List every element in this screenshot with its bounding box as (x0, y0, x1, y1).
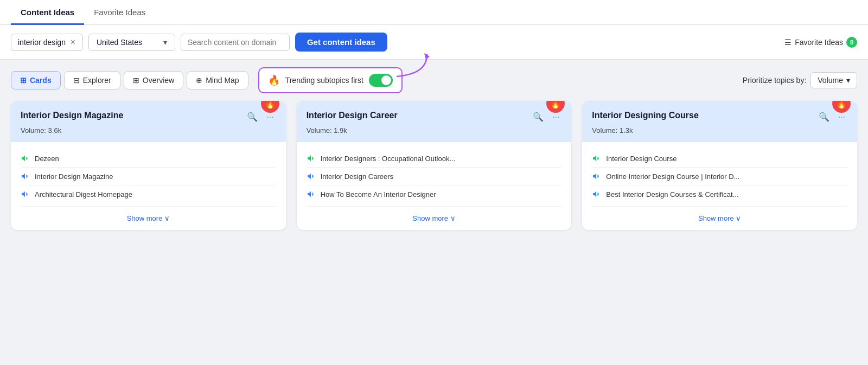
card-item: How To Become An Interior Designer (307, 185, 562, 203)
card-item-text: Online Interior Design Course | Interior… (606, 172, 739, 181)
card-item: Architectural Digest Homepage (21, 185, 276, 203)
view-overview-button[interactable]: ⊞ Overview (124, 71, 183, 89)
card-header: 🔥 Interior Designing Course 🔍 ··· Volume… (582, 101, 857, 142)
prioritize-value: Volume (818, 76, 843, 85)
trending-toggle-box: 🔥 Trending subtopics first (258, 67, 403, 93)
toggle-thumb (381, 75, 391, 85)
card-item-text: Dezeen (35, 155, 59, 163)
card-item-text: Best Interior Design Courses & Certifica… (606, 190, 738, 198)
card-item: Interior Designers : Occupational Outloo… (307, 150, 562, 168)
card-search-button[interactable]: 🔍 (245, 111, 260, 123)
card-0: 🔥 Interior Design Magazine 🔍 ··· Volume:… (11, 101, 286, 230)
card-item-text: Interior Designers : Occupational Outloo… (321, 155, 456, 163)
card-item-text: Interior Design Course (606, 155, 676, 163)
toolbar: interior design ✕ United States ▾ Get co… (0, 25, 868, 60)
show-more-link[interactable]: Show more ∨ (21, 206, 276, 230)
card-search-button[interactable]: 🔍 (816, 111, 832, 123)
megaphone-blue-icon (307, 190, 315, 198)
tab-content-ideas[interactable]: Content Ideas (11, 0, 84, 25)
megaphone-green-icon (307, 154, 315, 163)
card-item-text: Interior Design Magazine (35, 172, 113, 181)
view-cards-button[interactable]: ⊞ Cards (11, 71, 61, 89)
card-2: 🔥 Interior Designing Course 🔍 ··· Volume… (582, 101, 857, 230)
keyword-pill: interior design ✕ (11, 34, 83, 51)
mindmap-icon: ⊕ (196, 76, 202, 85)
card-item: Dezeen (21, 150, 276, 168)
megaphone-blue-icon (21, 190, 29, 198)
card-item: Online Interior Design Course | Interior… (592, 168, 847, 185)
card-item-text: Architectural Digest Homepage (35, 190, 132, 198)
card-title-row: Interior Design Magazine 🔍 ··· (21, 111, 276, 123)
card-1: 🔥 Interior Design Career 🔍 ··· Volume: 1… (297, 101, 572, 230)
card-title: Interior Design Magazine (21, 111, 240, 120)
card-volume: Volume: 1.9k (307, 126, 562, 135)
show-more-link[interactable]: Show more ∨ (592, 206, 847, 230)
card-volume: Volume: 3.6k (21, 126, 276, 135)
country-label: United States (97, 38, 142, 47)
mindmap-label: Mind Map (206, 76, 239, 85)
trending-toggle[interactable] (369, 74, 393, 87)
fire-icon: 🔥 (268, 74, 280, 86)
trending-box-wrapper: 🔥 Trending subtopics first (252, 67, 403, 93)
overview-label: Overview (143, 76, 174, 85)
card-item: Interior Design Careers (307, 168, 562, 185)
keyword-clear-button[interactable]: ✕ (70, 38, 76, 46)
card-item-text: How To Become An Interior Designer (321, 190, 436, 198)
card-body: Dezeen Interior Design Magazine Architec… (11, 142, 286, 230)
list-icon: ☰ (784, 38, 792, 47)
card-header: 🔥 Interior Design Career 🔍 ··· Volume: 1… (297, 101, 572, 142)
card-volume: Volume: 1.3k (592, 126, 847, 135)
trending-label: Trending subtopics first (285, 76, 363, 85)
explorer-label: Explorer (83, 76, 111, 85)
chevron-down-icon: ▾ (163, 38, 167, 47)
megaphone-green-icon (592, 154, 601, 163)
get-content-ideas-button[interactable]: Get content ideas (295, 33, 387, 52)
card-body: Interior Designers : Occupational Outloo… (297, 142, 572, 230)
card-title: Interior Designing Course (592, 111, 812, 120)
card-body: Interior Design Course Online Interior D… (582, 142, 857, 230)
view-explorer-button[interactable]: ⊟ Explorer (64, 71, 120, 89)
view-row: ⊞ Cards ⊟ Explorer ⊞ Overview ⊕ Mind Map… (0, 60, 868, 101)
card-item: Best Interior Design Courses & Certifica… (592, 185, 847, 203)
favorites-badge: 8 (846, 37, 857, 48)
megaphone-blue-icon (21, 172, 29, 181)
card-title-row: Interior Designing Course 🔍 ··· (592, 111, 847, 123)
overview-icon: ⊞ (133, 76, 139, 85)
card-item-text: Interior Design Careers (321, 172, 393, 181)
cards-label: Cards (30, 76, 52, 85)
card-header: 🔥 Interior Design Magazine 🔍 ··· Volume:… (11, 101, 286, 142)
grid-icon: ⊞ (20, 76, 27, 85)
megaphone-blue-icon (592, 172, 601, 181)
megaphone-green-icon (21, 154, 29, 163)
favorites-link[interactable]: ☰ Favorite Ideas 8 (784, 37, 857, 48)
card-title: Interior Design Career (307, 111, 526, 120)
megaphone-blue-icon (592, 190, 601, 198)
prioritize-select[interactable]: Volume ▾ (810, 72, 857, 88)
country-selector[interactable]: United States ▾ (88, 34, 175, 51)
show-more-link[interactable]: Show more ∨ (307, 206, 562, 230)
view-mindmap-button[interactable]: ⊕ Mind Map (187, 71, 248, 89)
chevron-down-icon: ▾ (846, 76, 850, 85)
cards-grid: 🔥 Interior Design Magazine 🔍 ··· Volume:… (0, 101, 868, 241)
tab-favorite-ideas[interactable]: Favorite Ideas (84, 0, 155, 25)
card-item: Interior Design Magazine (21, 168, 276, 185)
card-item: Interior Design Course (592, 150, 847, 168)
megaphone-blue-icon (307, 172, 315, 181)
app-container: Content Ideas Favorite Ideas interior de… (0, 0, 868, 365)
card-search-button[interactable]: 🔍 (531, 111, 546, 123)
search-domain-input[interactable] (181, 34, 290, 51)
favorites-label: Favorite Ideas (795, 38, 843, 47)
keyword-text: interior design (18, 38, 66, 47)
card-title-row: Interior Design Career 🔍 ··· (307, 111, 562, 123)
table-icon: ⊟ (73, 76, 80, 85)
top-tabs: Content Ideas Favorite Ideas (0, 0, 868, 25)
prioritize-row: Prioritize topics by: Volume ▾ (743, 72, 857, 88)
prioritize-label: Prioritize topics by: (743, 76, 806, 85)
